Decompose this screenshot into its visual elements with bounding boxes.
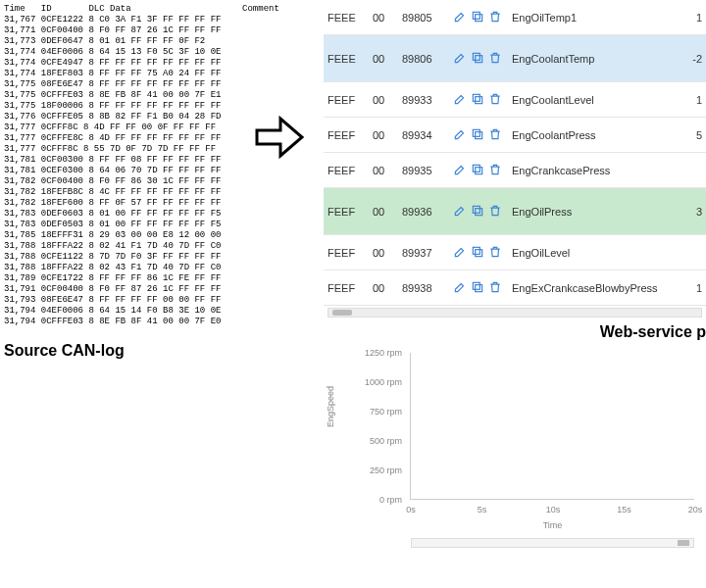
cell-id: 89805 (402, 12, 453, 24)
svg-rect-14 (476, 284, 482, 291)
table-row[interactable]: FEEE0089806EngCoolantTemp-2 (324, 35, 706, 82)
cell-id: 89934 (402, 129, 453, 141)
table-row[interactable]: FEEF0089935EngCrankcasePress (324, 153, 706, 188)
cell-signal-name: EngCoolantTemp (512, 53, 688, 65)
cell-signal-name: EngCoolantPress (512, 129, 688, 141)
cell-signal-name: EngExCrankcaseBlowbyPress (512, 282, 688, 294)
trash-icon[interactable] (488, 92, 502, 108)
edit-icon[interactable] (453, 51, 467, 67)
cell-signal-name: EngOilPress (512, 206, 688, 218)
cell-dlc: 00 (373, 12, 402, 24)
table-h-scrollbar[interactable] (328, 308, 702, 318)
svg-rect-13 (473, 247, 479, 254)
chart-x-tick: 10s (533, 505, 573, 514)
cell-signal-name: EngCoolantLevel (512, 94, 688, 106)
svg-rect-10 (476, 208, 482, 215)
trash-icon[interactable] (488, 245, 502, 261)
svg-rect-3 (473, 53, 479, 60)
trash-icon[interactable] (488, 163, 502, 178)
cell-dlc: 00 (373, 282, 402, 294)
table-row[interactable]: FEEF0089937EngOilLevel (324, 235, 706, 270)
chart-y-tick: 750 rpm (363, 407, 402, 416)
copy-icon[interactable] (471, 51, 484, 67)
svg-rect-1 (473, 12, 479, 19)
cell-pgn: FEEF (328, 206, 373, 218)
svg-rect-11 (473, 206, 479, 213)
cell-pgn: FEEF (328, 129, 373, 141)
trash-icon[interactable] (488, 280, 502, 296)
table-row[interactable]: FEEF0089936EngOilPress3 (324, 188, 706, 235)
table-row[interactable]: FEEF0089934EngCoolantPress5 (324, 118, 706, 153)
trash-icon[interactable] (488, 127, 502, 143)
chart-y-tick: 500 rpm (363, 436, 402, 446)
chart-y-tick: 250 rpm (363, 466, 402, 475)
cell-id: 89937 (402, 247, 453, 259)
cell-pgn: FEEF (328, 247, 373, 259)
table-row[interactable]: FEEF0089933EngCoolantLevel1 (324, 82, 706, 118)
svg-rect-2 (476, 55, 482, 62)
trash-icon[interactable] (488, 204, 502, 220)
cell-value: 1 (688, 282, 702, 294)
engspeed-chart: EngSpeed Time 0s5s10s15s20s 0 rpm250 rpm… (324, 349, 706, 555)
chart-x-tick: 5s (463, 505, 502, 514)
cell-pgn: FEEF (328, 165, 373, 176)
cell-value: 5 (688, 129, 702, 141)
copy-icon[interactable] (471, 10, 484, 25)
web-service-pane: FEEE0089805EngOilTemp11FEEE0089806EngCoo… (324, 0, 706, 588)
copy-icon[interactable] (471, 127, 484, 143)
cell-value: 1 (688, 94, 702, 106)
cell-id: 89933 (402, 94, 453, 106)
cell-pgn: FEEE (328, 12, 373, 24)
svg-rect-12 (476, 249, 482, 256)
cell-dlc: 00 (373, 165, 402, 176)
canlog-text: Time ID DLC Data Comment 31,767 0CFE1222… (4, 4, 310, 332)
caption-source-canlog: Source CAN-log (4, 342, 310, 360)
svg-rect-6 (476, 131, 482, 138)
svg-rect-15 (473, 282, 479, 289)
cell-signal-name: EngOilLevel (512, 247, 688, 259)
cell-pgn: FEEF (328, 94, 373, 106)
edit-icon[interactable] (453, 245, 467, 261)
edit-icon[interactable] (453, 10, 467, 25)
chart-x-axis-label: Time (411, 520, 694, 530)
time-slider[interactable] (411, 538, 694, 548)
cell-signal-name: EngOilTemp1 (512, 12, 688, 24)
cell-id: 89938 (402, 282, 453, 294)
cell-dlc: 00 (373, 129, 402, 141)
copy-icon[interactable] (471, 92, 484, 108)
cell-id: 89936 (402, 206, 453, 218)
cell-pgn: FEEF (328, 282, 373, 294)
svg-rect-9 (473, 165, 479, 172)
table-row[interactable]: FEEF0089938EngExCrankcaseBlowbyPress1 (324, 270, 706, 306)
signal-table: FEEE0089805EngOilTemp11FEEE0089806EngCoo… (324, 0, 706, 306)
copy-icon[interactable] (471, 204, 484, 220)
cell-id: 89806 (402, 53, 453, 65)
trash-icon[interactable] (488, 51, 502, 67)
chart-y-tick: 1000 rpm (363, 377, 402, 387)
chart-x-tick: 0s (391, 505, 430, 514)
cell-value: 3 (688, 206, 702, 218)
edit-icon[interactable] (453, 204, 467, 220)
chart-y-axis-label: EngSpeed (326, 386, 335, 427)
edit-icon[interactable] (453, 163, 467, 178)
edit-icon[interactable] (453, 92, 467, 108)
trash-icon[interactable] (488, 10, 502, 25)
chart-y-tick: 0 rpm (363, 495, 402, 505)
chart-x-tick: 15s (605, 505, 644, 514)
edit-icon[interactable] (453, 280, 467, 296)
chart-plot-area: Time 0s5s10s15s20s (410, 353, 694, 500)
chart-x-tick: 20s (676, 505, 706, 514)
copy-icon[interactable] (471, 280, 484, 296)
caption-web-service: Web-service p (324, 323, 706, 341)
copy-icon[interactable] (471, 245, 484, 261)
source-canlog-pane: Time ID DLC Data Comment 31,767 0CFE1222… (0, 0, 314, 588)
edit-icon[interactable] (453, 127, 467, 143)
arrow-icon (255, 113, 304, 162)
copy-icon[interactable] (471, 163, 484, 178)
cell-signal-name: EngCrankcasePress (512, 165, 688, 176)
svg-rect-7 (473, 129, 479, 136)
cell-dlc: 00 (373, 247, 402, 259)
svg-rect-5 (473, 94, 479, 101)
table-row[interactable]: FEEE0089805EngOilTemp11 (324, 0, 706, 35)
cell-dlc: 00 (373, 53, 402, 65)
